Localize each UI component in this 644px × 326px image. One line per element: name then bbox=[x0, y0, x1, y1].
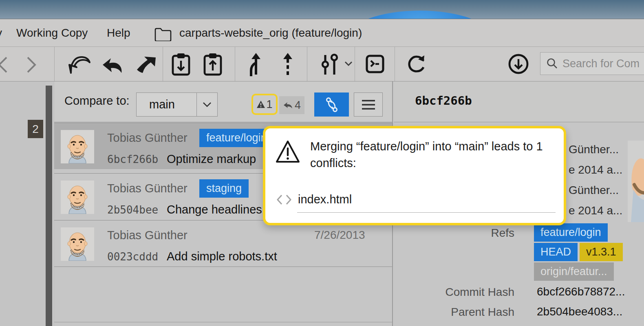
folder-icon bbox=[154, 27, 172, 41]
commit-short-hash: 2b504bee bbox=[107, 204, 158, 216]
parent-hash-value: 2b504bee4083... bbox=[537, 305, 622, 318]
commit-author: Tobias Günther bbox=[107, 229, 187, 242]
left-sidebar bbox=[0, 82, 46, 326]
list-options-button[interactable] bbox=[354, 93, 383, 117]
parent-hash-label: Parent Hash bbox=[440, 306, 514, 319]
merge-icon[interactable] bbox=[247, 53, 265, 76]
merge-count: 4 bbox=[295, 99, 301, 112]
commit-message: Change headlines bbox=[167, 203, 262, 216]
vertical-scrollbar[interactable] bbox=[46, 86, 52, 326]
conflict-count: 1 bbox=[266, 98, 272, 111]
fetch-indicator-icon[interactable] bbox=[508, 53, 529, 75]
terminal-icon[interactable] bbox=[365, 54, 385, 74]
commit-row[interactable]: Tobias Günther 7/26/2013 0023cddd Add si… bbox=[54, 220, 392, 267]
search-input[interactable] bbox=[562, 57, 644, 70]
conflict-message: Merging “feature/login” into “main” lead… bbox=[310, 138, 560, 172]
hamburger-icon bbox=[361, 99, 376, 110]
detail-value-fragment: e 2014 a... bbox=[569, 204, 622, 217]
menu-item-help[interactable]: Help bbox=[107, 26, 130, 40]
menu-bar: y Working Copy Help carparts-website_ori… bbox=[0, 19, 644, 46]
merge-count-badge[interactable]: 4 bbox=[279, 96, 304, 114]
stash-apply-icon[interactable] bbox=[203, 53, 223, 76]
compare-icon bbox=[324, 97, 340, 113]
warning-triangle-icon bbox=[256, 100, 265, 108]
detail-header-hash: 6bcf266b bbox=[415, 94, 472, 108]
ref-badge-branch[interactable]: feature/login bbox=[534, 223, 608, 242]
toolbar-separator bbox=[355, 47, 355, 81]
compare-bar: Compare to: main 1 4 bbox=[54, 82, 392, 122]
branch-badge: staging bbox=[199, 179, 249, 198]
toolbar-separator bbox=[235, 47, 235, 81]
merge-conflict-popup: Merging “feature/login” into “main” lead… bbox=[263, 126, 566, 225]
conflict-message-line2: conflicts: bbox=[310, 156, 356, 170]
detail-avatar-partial bbox=[628, 141, 644, 222]
code-file-icon bbox=[276, 194, 292, 206]
row-divider bbox=[54, 322, 392, 322]
detail-value-fragment: Günther... bbox=[569, 184, 619, 197]
avatar bbox=[61, 227, 94, 261]
commit-date: 7/26/2013 bbox=[314, 229, 365, 242]
commit-author: Tobias Günther bbox=[107, 131, 187, 145]
forward-icon[interactable] bbox=[24, 56, 40, 74]
commit-short-hash: 6bcf266b bbox=[107, 153, 158, 165]
commit-message: Add simple robots.txt bbox=[167, 250, 277, 263]
conflict-file-name[interactable]: index.html bbox=[298, 193, 352, 206]
conflict-message-line1: Merging “feature/login” into “main” lead… bbox=[310, 140, 543, 153]
commit-graph-icon[interactable] bbox=[320, 53, 341, 75]
toolbar-separator bbox=[307, 47, 307, 81]
toolbar-separator bbox=[54, 47, 55, 81]
avatar bbox=[61, 181, 94, 214]
commit-hash-value: 6bcf266b78872... bbox=[537, 285, 625, 298]
detail-header: 6bcf266b bbox=[394, 82, 644, 122]
compare-branch-button[interactable] bbox=[314, 93, 349, 117]
menu-item-working-copy[interactable]: Working Copy bbox=[16, 26, 88, 40]
discard-icon[interactable] bbox=[66, 55, 92, 75]
toolbar bbox=[0, 46, 644, 82]
desktop-wallpaper bbox=[0, 0, 644, 19]
detail-value-fragment: Günther... bbox=[569, 143, 619, 156]
detail-value-fragment: e 2014 a... bbox=[569, 163, 622, 176]
commit-author: Tobias Günther bbox=[107, 182, 187, 195]
branch-select[interactable]: main bbox=[136, 93, 218, 117]
rebase-icon[interactable] bbox=[280, 53, 295, 76]
ref-badge-head[interactable]: HEAD bbox=[534, 243, 578, 261]
commit-message: Optimize markup bbox=[167, 152, 256, 166]
toolbar-separator bbox=[395, 47, 395, 81]
warning-triangle-icon bbox=[275, 139, 301, 165]
undo-icon[interactable] bbox=[99, 55, 126, 75]
toolbar-separator bbox=[163, 47, 163, 81]
chevron-down-icon[interactable] bbox=[196, 93, 217, 116]
chevron-down-icon[interactable] bbox=[344, 61, 353, 67]
ref-badge-remote[interactable]: origin/featur... bbox=[534, 262, 614, 281]
back-icon[interactable] bbox=[0, 56, 11, 74]
compare-to-label: Compare to: bbox=[64, 94, 130, 108]
menu-item-partial[interactable]: y bbox=[0, 26, 2, 40]
commit-hash-label: Commit Hash bbox=[440, 286, 514, 299]
merge-arrow-icon bbox=[283, 101, 293, 109]
repo-title: carparts-website_orig (feature/login) bbox=[179, 26, 362, 40]
branch-select-value: main bbox=[149, 98, 175, 111]
refs-label: Refs bbox=[440, 227, 514, 240]
stash-icon[interactable] bbox=[171, 53, 191, 76]
ref-badge-tag[interactable]: v1.3.1 bbox=[580, 243, 623, 261]
search-icon bbox=[546, 57, 558, 70]
row-divider bbox=[54, 267, 392, 267]
popup-divider bbox=[297, 212, 556, 213]
refresh-icon[interactable] bbox=[406, 53, 427, 75]
commit-short-hash: 0023cddd bbox=[107, 251, 158, 263]
avatar bbox=[61, 130, 94, 163]
graph-lane-badge: 2 bbox=[28, 120, 43, 138]
conflict-warning-badge[interactable]: 1 bbox=[251, 94, 278, 115]
search-field[interactable] bbox=[540, 52, 644, 75]
wallpaper-bloom bbox=[348, 11, 491, 19]
redo-icon[interactable] bbox=[133, 54, 159, 75]
